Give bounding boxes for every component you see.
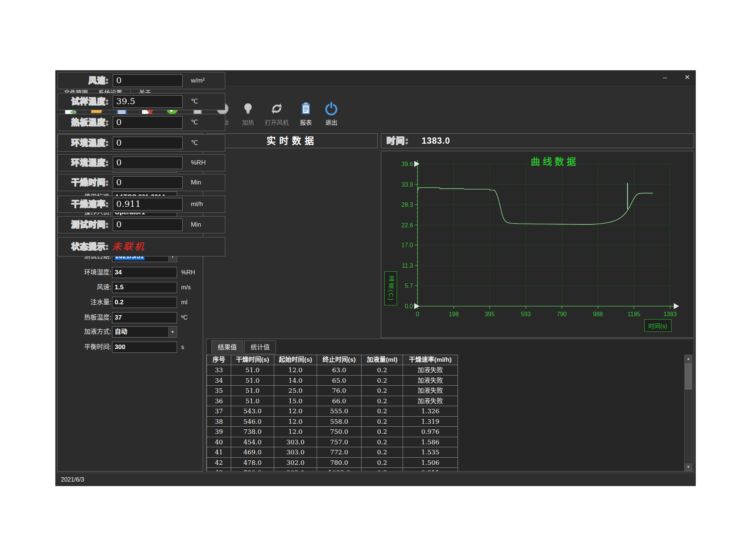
scrollbar-thumb[interactable] [685,363,692,389]
table-row[interactable]: 41469.0303.0772.00.21.535 [207,447,468,458]
table-row[interactable]: 43790.0303.01093.00.20.911 [207,468,468,471]
realtime-value-box: 0 [113,218,183,231]
cell: 0.2 [362,447,403,458]
table-row[interactable]: 3651.015.066.00.2加液失败 [207,396,468,407]
table-row[interactable]: 37543.012.0555.00.21.326 [207,406,468,417]
param-input-7[interactable]: 34 [112,267,177,278]
cell: 738.0 [231,427,274,437]
param-field-unit: %RH [181,267,195,278]
realtime-value: 0 [113,137,182,149]
param-input-12[interactable]: 300 [112,342,177,353]
scroll-down-icon[interactable]: ▼ [685,463,692,471]
param-field-unit: ºC [181,312,187,323]
realtime-value: 0 [113,157,182,168]
close-button[interactable]: ✕ [679,71,696,85]
cell: 66.0 [317,396,362,407]
realtime-label: 测试时间: [58,217,109,233]
tab-results[interactable]: 结果值 [211,340,243,354]
scroll-up-icon[interactable]: ▲ [685,355,692,363]
svg-text:593: 593 [521,311,531,317]
param-input-8[interactable]: 1.5 [112,282,177,293]
realtime-panel-header: 实时数据 [206,133,378,148]
results-tabs: 结果值统计值 [211,340,277,355]
param-input-10[interactable]: 37 [112,312,177,323]
cell: 0.2 [362,417,403,427]
cell: 0.2 [362,406,403,417]
cell: 1093.0 [317,468,362,471]
realtime-label: 试样温度: [58,93,109,110]
column-header: 干燥时间(s) [231,355,274,365]
param-field-row: 环境湿度:34%RH [58,267,203,278]
table-row[interactable]: 3351.012.063.00.2加液失败 [207,365,468,376]
cell: 加液失败 [403,365,458,376]
cell: 0.2 [362,376,403,386]
cell: 750.0 [317,427,362,437]
cell: 51.0 [231,376,274,386]
toolbar-button-label: 打开风机 [257,118,296,127]
cell: 1.535 [403,447,458,458]
table-row[interactable]: 42478.0302.0780.00.21.506 [207,458,468,468]
cell: 加液失败 [403,386,458,396]
svg-text:395: 395 [485,311,495,317]
realtime-row: 干燥速率:0.911ml/h [58,196,225,213]
cell: 42 [207,458,231,468]
column-header: 起始时间(s) [274,355,317,365]
realtime-unit: %RH [191,155,206,171]
cell: 63.0 [317,365,362,376]
param-input-11[interactable]: 自动▼ [112,326,177,337]
cell: 303.0 [274,468,317,471]
realtime-label: 热板温度: [58,114,109,131]
param-field-row: 风速:1.5m/s [58,282,203,293]
cell: 0.911 [403,468,458,471]
param-field-label: 平衡时间: [65,342,111,353]
param-input-value: 300 [115,343,125,351]
svg-text:5.7: 5.7 [405,283,413,289]
x-axis-label: 时间(s) [644,319,672,332]
cell: 558.0 [317,417,362,427]
cell: 546.0 [231,417,274,427]
realtime-value: 0 [113,177,182,188]
table-row[interactable]: 40454.0303.0757.00.21.586 [207,437,468,448]
realtime-value: 0 [113,219,182,230]
svg-text:17.0: 17.0 [402,242,413,248]
cell: 39 [207,427,231,437]
param-input-value: 37 [115,314,122,321]
realtime-label: 风速: [58,72,109,89]
table-row[interactable]: 3551.025.076.00.2加液失败 [207,386,468,396]
table-row[interactable]: 3451.014.065.00.2加液失败 [207,376,468,386]
param-input-9[interactable]: 0.2 [112,297,177,308]
table-row[interactable]: 39738.012.0750.00.20.976 [207,427,468,437]
heat-bulb-icon [241,102,255,116]
dropdown-arrow-icon[interactable]: ▼ [168,327,176,337]
chart-plot[interactable]: 39.633.928.322.617.011.35.70.00198395593… [381,151,694,337]
report-clipboard-icon [299,102,313,116]
realtime-panel-body: 风速:0w/m²试样温度:39.5℃热板温度:0℃环境温度:0℃环境湿度:0%R… [56,71,227,258]
minimize-button[interactable]: – [656,71,673,85]
realtime-value-box: 0 [113,74,183,87]
realtime-unit: ℃ [191,135,198,151]
realtime-unit: ml/h [191,196,203,212]
svg-text:1185: 1185 [627,311,641,317]
table-scrollbar[interactable]: ▲ ▼ [684,355,692,471]
exit-power-icon [324,102,338,116]
cell: 469.0 [231,447,274,458]
cell: 加液失败 [403,396,458,407]
time-label: 时间: [387,134,409,148]
tab-statistics[interactable]: 统计值 [244,340,276,354]
realtime-row: 环境温度:0℃ [58,134,225,152]
svg-text:39.6: 39.6 [402,161,413,167]
cell: 40 [207,437,231,448]
cell: 12.0 [274,406,317,417]
table-row[interactable]: 38546.012.0558.00.21.319 [207,417,468,427]
cell: 51.0 [231,365,274,376]
temperature-chart: 39.633.928.322.617.011.35.70.00198395593… [381,151,694,338]
svg-text:22.6: 22.6 [402,222,413,228]
exit-power-button[interactable]: 退出 [316,102,346,127]
time-header: 时间: 1383.0 [381,133,694,148]
realtime-label: 环境温度: [58,135,109,151]
cell: 15.0 [274,396,317,407]
cell: 36 [207,396,231,407]
cell: 454.0 [231,437,274,448]
cell: 0.2 [362,386,403,396]
cell: 1.319 [403,417,458,427]
